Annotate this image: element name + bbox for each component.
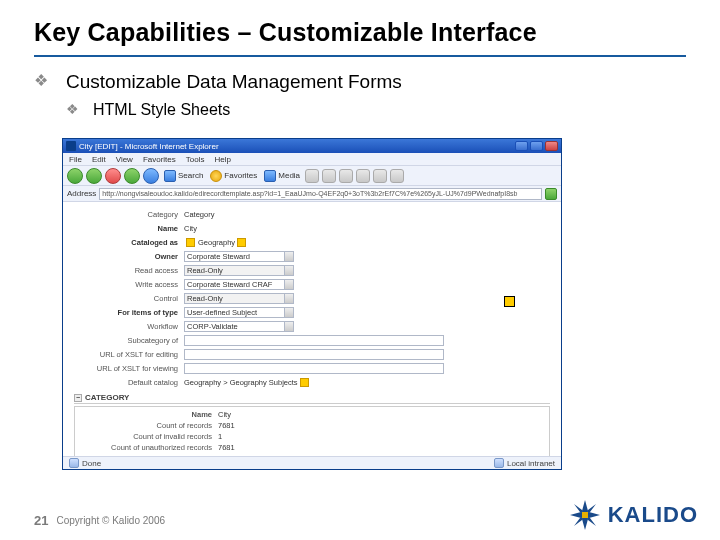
bullet-2: ❖ HTML Style Sheets <box>66 101 686 119</box>
done-icon <box>69 458 79 468</box>
stop-button[interactable] <box>105 168 121 184</box>
val-cataloged-as: Geography <box>198 238 235 247</box>
status-bar: Done Local intranet <box>63 456 561 469</box>
c-invalid-lbl: Count of invalid records <box>83 432 218 441</box>
subcategory-input[interactable] <box>184 335 444 346</box>
chevron-down-icon <box>284 266 293 275</box>
marker-icon <box>186 238 195 247</box>
lbl-url-edit: URL of XSLT for editing <box>74 350 184 359</box>
workflow-select[interactable]: CORP-Validate <box>184 321 294 332</box>
search-icon <box>164 170 176 182</box>
lbl-owner: Owner <box>74 252 184 261</box>
read-select[interactable]: Read-Only <box>184 265 294 276</box>
c-invalid-val: 1 <box>218 432 222 441</box>
diamond-bullet-icon: ❖ <box>66 101 79 119</box>
maximize-button[interactable] <box>530 141 543 151</box>
media-icon <box>264 170 276 182</box>
browser-toolbar: Search Favorites Media <box>63 166 561 186</box>
lbl-default-catalog: Default catalog <box>74 378 184 387</box>
c-count-val: 7681 <box>218 421 235 430</box>
menu-tools[interactable]: Tools <box>186 155 205 164</box>
slide-footer: 21 Copyright © Kalido 2006 <box>34 513 165 528</box>
minimize-button[interactable] <box>515 141 528 151</box>
star-icon <box>210 170 222 182</box>
close-button[interactable] <box>545 141 558 151</box>
ie-icon <box>66 141 76 151</box>
lbl-cataloged-as: Cataloged as <box>74 238 184 247</box>
lbl-url-view: URL of XSLT for viewing <box>74 364 184 373</box>
highlight-box <box>504 296 515 307</box>
menu-favorites[interactable]: Favorites <box>143 155 176 164</box>
c-name-val: City <box>218 410 231 419</box>
address-label: Address <box>67 189 96 198</box>
lbl-for-items: For items of type <box>74 308 184 317</box>
bullet-1: ❖ Customizable Data Management Forms <box>34 71 686 93</box>
menu-file[interactable]: File <box>69 155 82 164</box>
menu-edit[interactable]: Edit <box>92 155 106 164</box>
address-bar: Address http://nongvisaleoudoc.kalido/ed… <box>63 186 561 202</box>
val-category: Category <box>184 210 214 219</box>
chevron-down-icon <box>284 280 293 289</box>
collapse-icon[interactable]: − <box>74 394 82 402</box>
status-right: Local intranet <box>507 459 555 468</box>
media-button[interactable]: Media <box>262 170 302 182</box>
foritems-select[interactable]: User-defined Subject <box>184 307 294 318</box>
bullet-1-text: Customizable Data Management Forms <box>66 71 402 93</box>
c-unauth-lbl: Count of unauthorized records <box>83 443 218 452</box>
chevron-down-icon <box>284 252 293 261</box>
logo-word: KALIDO <box>608 502 698 528</box>
browser-menubar: File Edit View Favorites Tools Help <box>63 153 561 166</box>
lbl-name: Name <box>74 224 184 233</box>
favorites-button[interactable]: Favorites <box>208 170 259 182</box>
page-number: 21 <box>34 513 48 528</box>
menu-help[interactable]: Help <box>214 155 230 164</box>
kalido-logo: KALIDO <box>568 498 698 532</box>
lbl-workflow: Workflow <box>74 322 184 331</box>
menu-view[interactable]: View <box>116 155 133 164</box>
edit-button[interactable] <box>356 169 370 183</box>
status-left: Done <box>82 459 101 468</box>
title-rule <box>34 55 686 57</box>
c-count-lbl: Count of records <box>83 421 218 430</box>
address-input[interactable]: http://nongvisaleoudoc.kalido/edirecordt… <box>99 188 542 200</box>
browser-title-text: City [EDIT] - Microsoft Internet Explore… <box>79 142 515 151</box>
home-button[interactable] <box>143 168 159 184</box>
control-select[interactable]: Read-Only <box>184 293 294 304</box>
messenger-button[interactable] <box>390 169 404 183</box>
back-button[interactable] <box>67 168 83 184</box>
print-button[interactable] <box>339 169 353 183</box>
forward-button[interactable] <box>86 168 102 184</box>
browse-icon[interactable] <box>237 238 246 247</box>
page-content: CategoryCategory NameCity Cataloged asGe… <box>64 203 560 456</box>
search-button[interactable]: Search <box>162 170 205 182</box>
bullet-2-text: HTML Style Sheets <box>93 101 230 119</box>
intranet-icon <box>494 458 504 468</box>
url-view-input[interactable] <box>184 363 444 374</box>
val-default-catalog: Geography > Geography Subjects <box>184 378 298 387</box>
lbl-write: Write access <box>74 280 184 289</box>
val-name: City <box>184 224 197 233</box>
owner-select[interactable]: Corporate Steward <box>184 251 294 262</box>
lbl-control: Control <box>74 294 184 303</box>
lbl-category: Category <box>74 210 184 219</box>
browser-window: City [EDIT] - Microsoft Internet Explore… <box>62 138 562 470</box>
write-select[interactable]: Corporate Steward CRAF <box>184 279 294 290</box>
copyright-text: Copyright © Kalido 2006 <box>56 515 165 526</box>
discuss-button[interactable] <box>373 169 387 183</box>
history-button[interactable] <box>305 169 319 183</box>
diamond-bullet-icon: ❖ <box>34 71 48 93</box>
go-button[interactable] <box>545 188 557 200</box>
lbl-read: Read access <box>74 266 184 275</box>
chevron-down-icon <box>284 294 293 303</box>
browse-icon[interactable] <box>300 378 309 387</box>
lbl-subcategory: Subcategory of <box>74 336 184 345</box>
url-edit-input[interactable] <box>184 349 444 360</box>
slide-title: Key Capabilities – Customizable Interfac… <box>34 18 686 47</box>
category-section-header: −CATEGORY <box>74 393 550 404</box>
logo-mark-icon <box>568 498 602 532</box>
refresh-button[interactable] <box>124 168 140 184</box>
svg-marker-8 <box>582 512 588 518</box>
mail-button[interactable] <box>322 169 336 183</box>
category-box: NameCity Count of records7681 Count of i… <box>74 406 550 456</box>
c-name-lbl: Name <box>83 410 218 419</box>
